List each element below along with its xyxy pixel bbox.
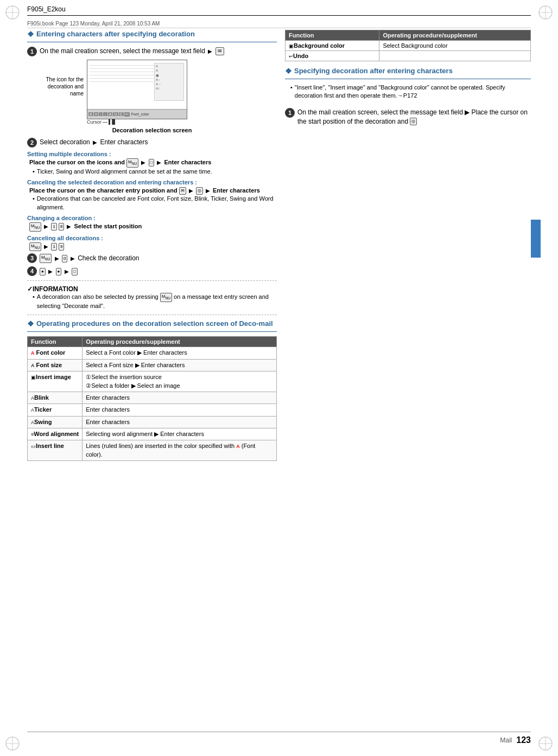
key-menu3: MNU bbox=[29, 222, 41, 232]
screenshot-with-annotations: The icon for the decoration and name bbox=[38, 60, 277, 119]
sub2-body: Place the cursor on the character entry … bbox=[29, 187, 277, 195]
sub1-heading: Setting multiple decorations : bbox=[27, 151, 277, 157]
section1-title: Entering characters after specifying dec… bbox=[36, 30, 195, 38]
info-text: A decoration can also be selected by pre… bbox=[33, 293, 277, 310]
table-row: A Font size Select a Font size ▶ Enter c… bbox=[28, 359, 277, 371]
toolbar-items: A ≡ ↑ ↓ A U C ↩ Font_color bbox=[88, 112, 149, 117]
table-row: ≡Word alignment Selecting word alignment… bbox=[28, 428, 277, 440]
step2-text: Select decoration ▶ Enter characters bbox=[40, 138, 148, 147]
key-1: 1 bbox=[51, 223, 56, 230]
right-column: Function Operating procedure/supplement … bbox=[285, 30, 531, 129]
table-row-undo: ↩Undo bbox=[286, 51, 531, 61]
sub3-heading: Changing a decoration : bbox=[27, 215, 277, 221]
step2-number: 2 bbox=[27, 138, 37, 148]
func-bg-color: ▣Background color bbox=[286, 41, 379, 51]
table-row: ▣Insert image ①Select the insertion sour… bbox=[28, 371, 277, 392]
proc-swing: Enter characters bbox=[83, 416, 277, 428]
func-undo: ↩Undo bbox=[286, 51, 379, 61]
key-menu-info: MNU bbox=[160, 293, 172, 302]
key-8: 8 bbox=[59, 223, 64, 230]
screenshot-container: The icon for the decoration and name bbox=[38, 60, 277, 125]
section1-heading: ❖ Entering characters after specifying d… bbox=[27, 30, 277, 39]
right-step1-text: On the mail creation screen, select the … bbox=[297, 108, 531, 126]
func-font-color: A Font color bbox=[28, 347, 83, 359]
info-box: ✓INFORMATION A decoration can also be se… bbox=[27, 285, 277, 310]
proc-font-color: Select a Font color ▶ Enter characters bbox=[83, 347, 277, 359]
step1-text: On the mail creation screen, select the … bbox=[40, 47, 224, 56]
table-row: ATicker Enter characters bbox=[28, 404, 277, 416]
cursor-label: Cursor bbox=[87, 119, 102, 125]
subsection-cancel-enter: Canceling the selected decoration and en… bbox=[27, 179, 277, 212]
corner-mark-tr bbox=[537, 4, 554, 21]
blue-side-tab bbox=[531, 220, 541, 258]
page-footer: Mail 123 bbox=[27, 732, 531, 745]
corner-mark-bl bbox=[4, 735, 21, 752]
corner-mark-tl bbox=[4, 4, 21, 21]
sub4-body: MNU ▶ 1 9 bbox=[29, 242, 277, 252]
key-menu2: ◎ bbox=[196, 187, 203, 195]
key-mail2: ✉ bbox=[179, 187, 186, 195]
section-right-heading: ❖ Specifying decoration after entering c… bbox=[285, 67, 531, 75]
step3-number: 3 bbox=[27, 253, 37, 263]
right-header-proc: Operating procedure/supplement bbox=[379, 30, 531, 41]
bullet2: Decorations that can be canceled are Fon… bbox=[33, 195, 277, 212]
font-color-label: Font_color bbox=[131, 112, 149, 116]
cursor-annotation: Cursor — ▌ bbox=[87, 119, 277, 125]
key-circle2: ● bbox=[56, 268, 62, 276]
table-row: ASwing Enter characters bbox=[28, 416, 277, 428]
annotation-left: The icon for the decoration and name bbox=[38, 60, 87, 97]
key-1b: 1 bbox=[51, 243, 56, 251]
corner-mark-br bbox=[537, 735, 554, 752]
section2-title: Operating procedures on the decoration s… bbox=[36, 319, 273, 328]
function-table: Function Operating procedure/supplement … bbox=[27, 336, 277, 461]
func-swing: ASwing bbox=[28, 416, 83, 428]
diamond-icon2: ❖ bbox=[27, 319, 34, 328]
proc-word-align: Selecting word alignment ▶ Enter charact… bbox=[83, 428, 277, 440]
table-header-proc: Operating procedure/supplement bbox=[83, 337, 277, 347]
icon-area: A A ▣ A~ A→ A↕ bbox=[154, 63, 184, 101]
header-filename: F905i_E2kou bbox=[27, 5, 66, 13]
right-bullet1: "Insert line", "Insert image" and "Backg… bbox=[290, 84, 531, 100]
step1-row: 1 On the mail creation screen, select th… bbox=[27, 47, 277, 56]
footer-page: 123 bbox=[516, 735, 531, 745]
key-square: □ bbox=[72, 268, 78, 276]
right-step1-row: 1 On the mail creation screen, select th… bbox=[285, 108, 531, 126]
right-step1-number: 1 bbox=[285, 108, 295, 118]
step4-number: 4 bbox=[27, 266, 37, 276]
step3-text: MNU ▶ 0 ▶ Check the decoration bbox=[40, 254, 140, 263]
diamond-icon-right: ❖ bbox=[285, 67, 292, 75]
footer-section: Mail bbox=[500, 736, 512, 744]
key-enter: □ bbox=[149, 159, 155, 166]
table-row: A Font color Select a Font color ▶ Enter… bbox=[28, 347, 277, 359]
proc-bg-color: Select Background color bbox=[379, 41, 531, 51]
decoration-annotation: The icon for the decoration and name bbox=[38, 76, 87, 97]
key-menu: MNU bbox=[126, 158, 138, 168]
screenshot-caption: Decoration selection screen bbox=[27, 127, 277, 133]
page-header: F905i_E2kou bbox=[27, 5, 531, 16]
phone-screen: A A ▣ A~ A→ A↕ A ≡ bbox=[87, 60, 187, 119]
subsection-cancel-all: Canceling all decorations : MNU ▶ 1 9 bbox=[27, 235, 277, 252]
header-bookinfo: F905i.book Page 123 Monday, April 21, 20… bbox=[27, 21, 531, 28]
diamond-icon: ❖ bbox=[27, 30, 34, 39]
key-right-icon: ◎ bbox=[410, 118, 417, 125]
func-insert-line: ▭Insert line bbox=[28, 440, 83, 461]
bullet1: Ticker, Swing and Word alignment cannot … bbox=[33, 168, 277, 176]
screen-content: A A ▣ A~ A→ A↕ bbox=[87, 60, 187, 109]
func-font-size: A Font size bbox=[28, 359, 83, 371]
dashed-sep2 bbox=[27, 315, 277, 315]
proc-insert-line: Lines (ruled lines) are inserted in the … bbox=[83, 440, 277, 461]
mail-key-icon: ✉ bbox=[215, 47, 224, 55]
key-circle1: ● bbox=[40, 268, 46, 276]
step4-text: ● ▶ ● ▶ □ bbox=[40, 267, 78, 276]
page-container: F905i_E2kou F905i.book Page 123 Monday, … bbox=[0, 0, 558, 756]
sub2-heading: Canceling the selected decoration and en… bbox=[27, 179, 277, 185]
left-column: ❖ Entering characters after specifying d… bbox=[27, 30, 277, 461]
func-word-align: ≡Word alignment bbox=[28, 428, 83, 440]
right-top-table: Function Operating procedure/supplement … bbox=[285, 30, 531, 61]
proc-undo bbox=[379, 51, 531, 61]
proc-ticker: Enter characters bbox=[83, 404, 277, 416]
sub4-heading: Canceling all decorations : bbox=[27, 235, 277, 241]
step1-number: 1 bbox=[27, 47, 37, 56]
section-right-title: Specifying decoration after entering cha… bbox=[294, 67, 453, 75]
subsection-change: Changing a decoration : MNU ▶ 1 8 ▶ Sele… bbox=[27, 215, 277, 232]
